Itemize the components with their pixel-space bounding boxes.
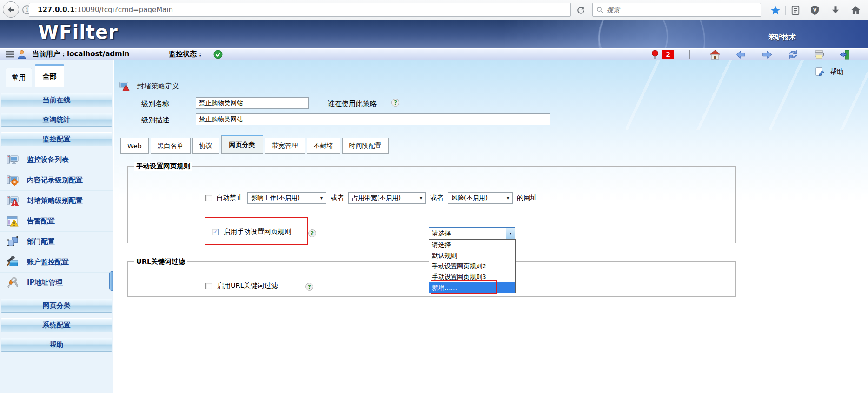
alarm-bulb-icon[interactable] [650, 49, 660, 60]
monitor-status-label: 监控状态： [169, 50, 204, 59]
sidebar-item[interactable]: 监控设备列表 [0, 150, 113, 170]
sidebar-item-label: 内容记录级别配置 [27, 176, 83, 185]
shield-extension-icon[interactable]: V [809, 4, 821, 16]
policy-tab[interactable]: 带宽管理 [265, 138, 305, 154]
sidebar-item[interactable]: 账户监控配置 [0, 252, 113, 273]
sidebar-group-header[interactable]: 帮助 [1, 338, 112, 352]
sidebar-tab-common[interactable]: 常用 [6, 68, 32, 87]
sidebar-collapse-handle[interactable] [109, 271, 113, 291]
user-icon [17, 49, 27, 60]
dropdown-option[interactable]: 手动设置网页规则2 [429, 261, 515, 272]
dropdown-option[interactable]: 默认规则 [429, 250, 515, 261]
manual-rule-help-icon[interactable]: ? [308, 229, 316, 237]
downloads-icon[interactable] [829, 4, 841, 16]
or-label-1: 或者 [331, 193, 344, 202]
url-suffix-label: 的网址 [517, 193, 537, 202]
url-filter-row: 启用URL关键词过滤 [205, 281, 278, 290]
sidebar-item-label: 封堵策略级别配置 [27, 196, 83, 205]
auto-block-row: 自动禁止 影响工作(不启用)▾ 或者 占用带宽(不启用)▾ 或者 风险(不启用)… [205, 192, 537, 204]
sidebar-item[interactable]: 告警配置 [0, 211, 113, 232]
auto-block-label: 自动禁止 [216, 193, 243, 202]
bandwidth-select[interactable]: 占用带宽(不启用)▾ [348, 192, 426, 204]
chevron-down-icon: ▾ [420, 195, 422, 200]
bookmark-star-icon[interactable] [769, 4, 781, 16]
sidebar-items-group: 监控设备列表内容记录级别配置封堵策略级别配置告警配置部门配置账户监控配置IP地址… [0, 150, 113, 293]
print-icon[interactable] [814, 49, 824, 60]
dropdown-option[interactable]: 请选择 [429, 240, 515, 250]
url-filter-label: 启用URL关键词过滤 [217, 281, 278, 290]
policy-tab[interactable]: 黑白名单 [151, 138, 191, 154]
annotation-box-new-option [431, 280, 497, 294]
help-doc-icon [815, 67, 824, 76]
monitor-icon [7, 153, 19, 166]
sidebar-group-header[interactable]: 系统配置 [1, 318, 112, 332]
who-uses-label: 谁在使用此策略 [328, 100, 377, 108]
sidebar-group-header[interactable]: 当前在线 [1, 93, 112, 107]
level-name-input[interactable] [196, 97, 309, 109]
sidebar-item[interactable]: IP地址管理 [0, 273, 113, 293]
sidebar-group-header[interactable]: 监控配置 [1, 132, 112, 146]
alarm-count-badge[interactable]: 2 [662, 50, 674, 59]
sidebar-menu: 当前在线查询统计监控配置监控设备列表内容记录级别配置封堵策略级别配置告警配置部门… [0, 93, 113, 352]
policy-tab[interactable]: 不封堵 [307, 138, 340, 154]
nav-forward-icon[interactable] [762, 49, 772, 60]
reload-button[interactable] [575, 4, 587, 16]
sidebar-tabs: 常用全部 [0, 60, 113, 87]
sidebar-item[interactable]: 内容记录级别配置 [0, 170, 113, 191]
policy-tab[interactable]: 时间段配置 [342, 138, 389, 154]
sidebar-item[interactable]: 封堵策略级别配置 [0, 191, 113, 211]
help-link[interactable]: 帮助 [815, 67, 844, 76]
sidebar-group-header[interactable]: 网页分类 [1, 299, 112, 313]
monitor-gear-icon [7, 174, 19, 187]
home-icon[interactable] [850, 4, 861, 16]
rule-combobox[interactable]: 请选择 ▾ [429, 227, 515, 239]
policy-tab[interactable]: 协议 [192, 138, 219, 154]
current-user-label: 当前用户：localhost/admin [32, 50, 129, 59]
who-uses-help-icon[interactable]: ? [391, 99, 399, 107]
sidebar-item-label: 部门配置 [27, 237, 55, 246]
chevron-down-icon: ▾ [320, 195, 323, 200]
search-box[interactable] [592, 3, 761, 17]
risk-select[interactable]: 风险(不启用)▾ [448, 192, 513, 204]
statusbar-divider [689, 50, 690, 59]
url-filter-legend: URL关键词过滤 [134, 257, 187, 266]
bookmarks-menu-icon[interactable] [789, 4, 801, 16]
url-host: 127.0.0.1 [38, 6, 75, 14]
policy-tab[interactable]: Web [120, 138, 149, 154]
level-desc-input[interactable] [196, 113, 550, 125]
url-path: :10090/fcgi?cmd=pageMain [75, 6, 173, 14]
search-input[interactable] [607, 6, 757, 13]
rule-combobox-value: 请选择 [429, 228, 506, 239]
url-filter-help-icon[interactable]: ? [305, 283, 313, 291]
sidebar-item[interactable]: 部门配置 [0, 232, 113, 252]
app-banner: WFilter 笨驴技术 [0, 20, 868, 48]
banner-arc-decoration [598, 20, 705, 48]
influence-work-select[interactable]: 影响工作(不启用)▾ [247, 192, 326, 204]
status-ok-icon [213, 49, 223, 60]
auto-block-checkbox[interactable] [205, 195, 212, 201]
monitor-alert-icon [7, 194, 19, 207]
help-link-label[interactable]: 帮助 [830, 67, 844, 76]
enable-manual-rule-checkbox[interactable]: ✓ [212, 229, 219, 235]
app-logo: WFilter [38, 21, 118, 43]
main-content: 帮助 封堵策略定义 级别名称 谁在使用此策略 ? 级别描述 Web黑白名单协议网… [114, 60, 868, 393]
rule-combobox-dropdown-button[interactable]: ▾ [506, 228, 515, 239]
policy-tab[interactable]: 网页分类 [221, 135, 263, 154]
sidebar-tab-all[interactable]: 全部 [35, 64, 64, 87]
browser-back-button[interactable] [3, 1, 19, 18]
toolbar-divider [785, 6, 786, 15]
nav-back-icon[interactable] [735, 49, 746, 60]
browser-toolbar: i 127.0.0.1:10090/fcgi?cmd=pageMain V [0, 0, 868, 20]
status-bar: 当前用户：localhost/admin 监控状态： 2 [0, 48, 868, 60]
department-icon [7, 235, 19, 248]
refresh-page-icon[interactable] [788, 49, 798, 60]
logout-icon[interactable] [840, 49, 850, 60]
url-filter-checkbox[interactable] [205, 283, 212, 289]
sidebar-item-label: 账户监控配置 [27, 258, 69, 266]
menu-hamburger-icon[interactable] [5, 49, 15, 60]
sidebar-group-header[interactable]: 查询统计 [1, 113, 112, 127]
back-arrow-icon [7, 5, 16, 14]
brand-text: 笨驴技术 [768, 33, 796, 42]
home-page-icon[interactable] [710, 49, 720, 60]
url-bar[interactable]: 127.0.0.1:10090/fcgi?cmd=pageMain [29, 3, 571, 17]
